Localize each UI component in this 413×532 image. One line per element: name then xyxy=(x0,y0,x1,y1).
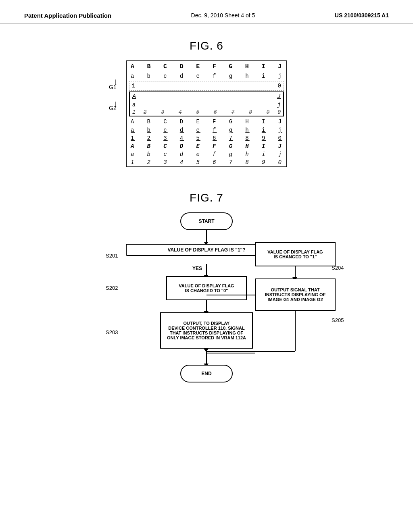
arrow-start-to-s201 xyxy=(206,230,207,243)
fig7-diagram: START S201 VALUE OF DISPLAY FLAG IS "1"?… xyxy=(24,212,389,527)
fig6-diagram: G1 ⌊ G2 ⌊ ABCDEFGHIJ abcdefghij 1 xyxy=(24,60,389,167)
arrow-merge-h xyxy=(206,351,295,352)
fig6-g2-row-A: AB C D E F G H IJ xyxy=(130,92,283,101)
s203-box: OUTPUT, TO DISPLAY DEVICE CONTROLLER 110… xyxy=(160,312,253,349)
s205-label: S205 xyxy=(332,317,344,323)
arrow-s203-end xyxy=(206,349,207,365)
s205-box: OUTPUT SIGNAL THAT INSTRUCTS DISPLAYING … xyxy=(255,278,336,311)
fig6-row-nums-italic: 1234567890 xyxy=(127,158,286,166)
arrow-s202-s203 xyxy=(206,300,207,312)
fig6-g2-row-a: ab c d e f g h ij xyxy=(130,101,283,109)
s203-label: S203 xyxy=(106,329,118,335)
arrow-s203-down-h xyxy=(206,353,255,353)
fig6-row-upper-ABC: ABCDEFGHIJ xyxy=(127,61,286,72)
main-content: FIG. 6 G1 ⌊ G2 ⌊ ABCDEFGHIJ abcdefghij xyxy=(0,23,413,532)
fig6-row-abc-italic: abcdefghij xyxy=(127,150,286,158)
header-left: Patent Application Publication xyxy=(24,12,111,19)
arrow-yes-down xyxy=(206,264,207,276)
header-right: US 2100/0309215 A1 xyxy=(335,12,389,19)
arrow-s205-merge-h xyxy=(206,295,255,295)
fig6-row-ABC-bold-italic: ABCDEFGHIJ xyxy=(127,142,286,150)
header-center: Dec. 9, 2010 Sheet 4 of 5 xyxy=(191,12,255,19)
fig6-row-abc-underline: abcdefghij xyxy=(127,126,286,134)
fig6-g2-region: AB C D E F G H IJ ab c d e f g h ij 1 23… xyxy=(129,91,284,116)
end-label: END xyxy=(201,371,211,376)
flowchart: START S201 VALUE OF DISPLAY FLAG IS "1"?… xyxy=(65,212,348,527)
fig6-row-nums-underline: 1234567890 xyxy=(127,134,286,142)
arrow-s205-down xyxy=(295,311,296,351)
fig6-label: FIG. 6 xyxy=(24,39,389,52)
yes-label: YES xyxy=(192,266,202,271)
end-node: END xyxy=(180,365,233,382)
page-header: Patent Application Publication Dec. 9, 2… xyxy=(0,0,413,23)
fig6-row-ABC-underline: ABCDEFGHIJ xyxy=(127,117,286,126)
start-label: START xyxy=(198,218,214,224)
s202-box: VALUE OF DISPLAY FLAG IS CHANGED TO "0" xyxy=(166,276,247,300)
s201-label: S201 xyxy=(106,253,118,259)
fig6-g1-region: 1 0 xyxy=(129,81,284,91)
fig6-row-lower-abc: abcdefghij xyxy=(127,72,286,80)
fig7-label: FIG. 7 xyxy=(24,191,389,204)
arrow-s204-s205 xyxy=(295,266,296,278)
s202-label: S202 xyxy=(106,285,118,291)
start-node: START xyxy=(180,212,233,230)
fig6-outer-box: ABCDEFGHIJ abcdefghij 1 0 AB C xyxy=(126,60,287,167)
fig6-g2-row-nums: 1 23456789 0 xyxy=(130,109,283,116)
s204-box: VALUE OF DISPLAY FLAG IS CHANGED TO "1" xyxy=(255,242,336,266)
